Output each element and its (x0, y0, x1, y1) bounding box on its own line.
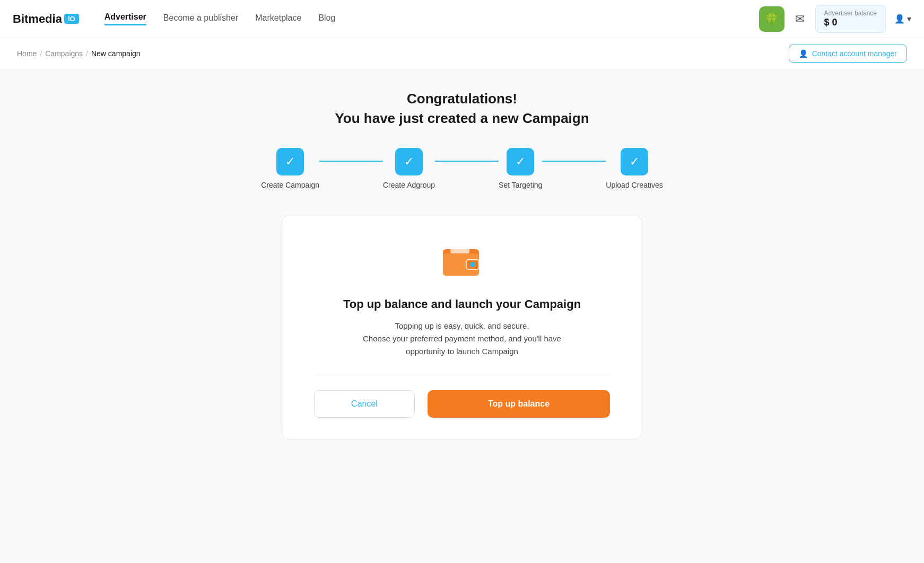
stepper: ✓ Create Campaign ✓ Create Adgroup ✓ Set… (261, 148, 663, 189)
contact-icon: 👤 (799, 49, 808, 58)
card-divider (314, 375, 610, 375)
svg-point-3 (470, 262, 475, 267)
card-title: Top up balance and launch your Campaign (343, 297, 581, 311)
breadcrumb-current: New campaign (91, 49, 141, 58)
account-button[interactable]: 👤 ▾ (894, 14, 911, 24)
topup-button[interactable]: Top up balance (428, 390, 610, 418)
breadcrumb-home[interactable]: Home (17, 49, 37, 58)
congrats-title: Congratulations! (407, 91, 517, 107)
breadcrumb-campaigns[interactable]: Campaigns (45, 49, 83, 58)
card-desc-line2: Choose your preferred payment method, an… (363, 334, 561, 343)
svg-rect-4 (450, 245, 469, 253)
breadcrumb-sep-2: / (86, 49, 88, 58)
nav-item-publisher[interactable]: Become a publisher (163, 13, 238, 25)
cancel-button[interactable]: Cancel (314, 390, 415, 418)
breadcrumb: Home / Campaigns / New campaign (17, 49, 141, 58)
step-circle-3: ✓ (507, 148, 534, 175)
contact-account-manager-button[interactable]: 👤 Contact account manager (789, 45, 907, 63)
nav-item-advertiser[interactable]: Advertiser (104, 12, 146, 25)
step-circle-2: ✓ (395, 148, 423, 175)
mail-icon: ✉ (795, 12, 805, 25)
step-label-2: Create Adgroup (383, 181, 435, 189)
step-label-3: Set Targeting (499, 181, 542, 189)
account-dropdown-icon: ▾ (907, 14, 911, 24)
step-circle-4: ✓ (621, 148, 648, 175)
step-create-adgroup: ✓ Create Adgroup (383, 148, 435, 189)
logo-badge: IO (64, 14, 79, 24)
step-upload-creatives: ✓ Upload Creatives (606, 148, 663, 189)
nav-item-blog[interactable]: Blog (318, 13, 335, 25)
logo[interactable]: Bitmedia IO (13, 12, 79, 26)
card-actions: Cancel Top up balance (314, 390, 610, 418)
breadcrumb-bar: Home / Campaigns / New campaign 👤 Contac… (0, 38, 924, 69)
wallet-icon (441, 241, 483, 285)
balance-box: Advertiser balance $ 0 (815, 5, 886, 33)
step-label-4: Upload Creatives (606, 181, 663, 189)
nav: Advertiser Become a publisher Marketplac… (104, 12, 742, 25)
card-desc-line1: Topping up is easy, quick, and secure. (395, 321, 529, 330)
step-label-1: Create Campaign (261, 181, 319, 189)
breadcrumb-sep-1: / (40, 49, 42, 58)
topup-card: Top up balance and launch your Campaign … (282, 215, 642, 439)
step-circle-1: ✓ (276, 148, 304, 175)
clover-icon: 🍀 (764, 12, 780, 27)
step-create-campaign: ✓ Create Campaign (261, 148, 319, 189)
step-set-targeting: ✓ Set Targeting (499, 148, 542, 189)
card-desc: Topping up is easy, quick, and secure. C… (363, 320, 561, 358)
step-connector-3 (542, 161, 606, 162)
logo-text: Bitmedia (13, 12, 62, 26)
account-icon: 👤 (894, 14, 905, 24)
card-desc-line3: opportunity to launch Campaign (406, 347, 518, 356)
congrats-subtitle: You have just created a new Campaign (335, 110, 589, 127)
nav-item-marketplace[interactable]: Marketplace (255, 13, 301, 25)
main-content: Congratulations! You have just created a… (0, 69, 924, 461)
header: Bitmedia IO Advertiser Become a publishe… (0, 0, 924, 38)
contact-label: Contact account manager (812, 49, 897, 58)
balance-label: Advertiser balance (824, 10, 877, 17)
balance-amount: $ 0 (824, 17, 838, 28)
header-right: 🍀 ✉ Advertiser balance $ 0 👤 ▾ (759, 5, 911, 33)
step-connector-1 (319, 161, 383, 162)
mail-button[interactable]: ✉ (793, 10, 807, 28)
step-connector-2 (435, 161, 499, 162)
clover-button[interactable]: 🍀 (759, 6, 784, 32)
